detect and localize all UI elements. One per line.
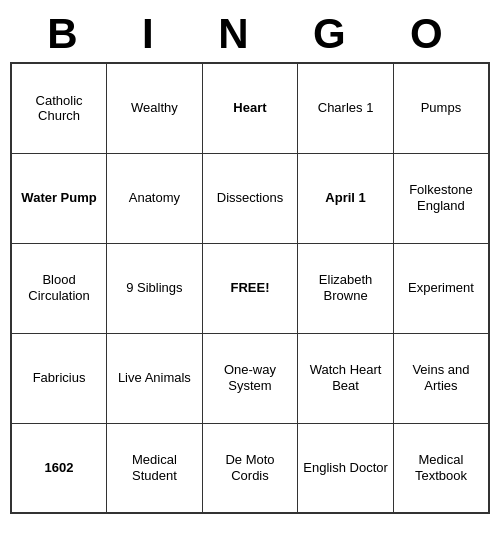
cell-3-0: Fabricius bbox=[11, 333, 107, 423]
title-letter-g: G bbox=[313, 10, 356, 58]
cell-2-2: FREE! bbox=[202, 243, 298, 333]
title-letter-b: B bbox=[47, 10, 87, 58]
cell-1-2: Dissections bbox=[202, 153, 298, 243]
bingo-grid: Catholic ChurchWealthyHeartCharles 1Pump… bbox=[10, 62, 490, 514]
cell-1-1: Anatomy bbox=[107, 153, 203, 243]
cell-4-3: English Doctor bbox=[298, 423, 394, 513]
cell-0-3: Charles 1 bbox=[298, 63, 394, 153]
cell-4-4: Medical Textbook bbox=[393, 423, 489, 513]
cell-4-1: Medical Student bbox=[107, 423, 203, 513]
cell-2-4: Experiment bbox=[393, 243, 489, 333]
cell-3-1: Live Animals bbox=[107, 333, 203, 423]
cell-1-3: April 1 bbox=[298, 153, 394, 243]
cell-3-3: Watch Heart Beat bbox=[298, 333, 394, 423]
cell-0-4: Pumps bbox=[393, 63, 489, 153]
cell-1-0: Water Pump bbox=[11, 153, 107, 243]
cell-3-2: One-way System bbox=[202, 333, 298, 423]
cell-2-0: Blood Circulation bbox=[11, 243, 107, 333]
cell-2-3: Elizabeth Browne bbox=[298, 243, 394, 333]
cell-4-2: De Moto Cordis bbox=[202, 423, 298, 513]
title-letter-o: O bbox=[410, 10, 453, 58]
cell-1-4: Folkestone England bbox=[393, 153, 489, 243]
cell-0-2: Heart bbox=[202, 63, 298, 153]
cell-3-4: Veins and Arties bbox=[393, 333, 489, 423]
cell-0-1: Wealthy bbox=[107, 63, 203, 153]
title-letter-i: I bbox=[142, 10, 164, 58]
bingo-title: B I N G O bbox=[10, 10, 490, 58]
cell-0-0: Catholic Church bbox=[11, 63, 107, 153]
cell-4-0: 1602 bbox=[11, 423, 107, 513]
title-letter-n: N bbox=[218, 10, 258, 58]
cell-2-1: 9 Siblings bbox=[107, 243, 203, 333]
